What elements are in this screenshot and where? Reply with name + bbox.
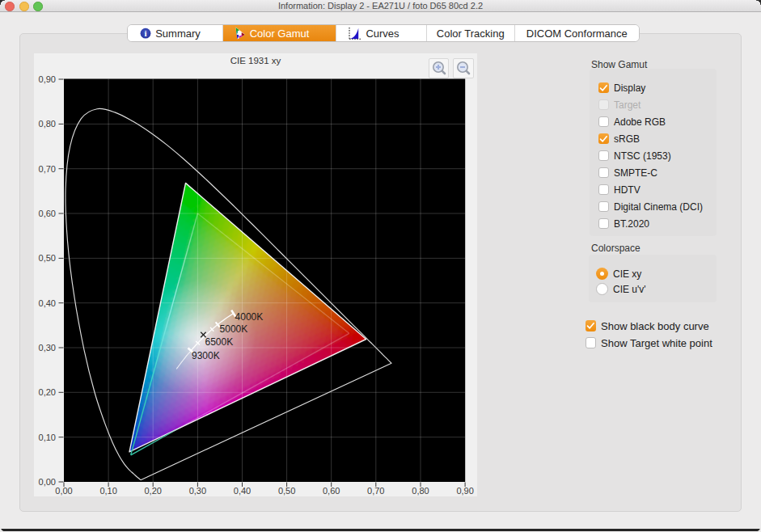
svg-text:4000K: 4000K [235,311,264,323]
svg-text:0,90: 0,90 [456,486,473,496]
svg-text:0,70: 0,70 [367,486,384,496]
svg-text:0,00: 0,00 [55,486,72,496]
svg-text:0,50: 0,50 [278,486,295,496]
svg-text:0,80: 0,80 [39,119,56,129]
svg-text:0,20: 0,20 [39,387,56,397]
svg-text:0,10: 0,10 [39,433,56,442]
svg-text:9300K: 9300K [192,350,220,361]
svg-text:0,40: 0,40 [234,486,251,496]
svg-text:i: i [145,28,147,38]
svg-text:0,30: 0,30 [39,343,56,353]
svg-text:0,80: 0,80 [412,486,429,496]
svg-text:0,20: 0,20 [144,486,161,496]
svg-text:6500K: 6500K [205,336,234,348]
svg-text:0,10: 0,10 [99,486,116,496]
svg-text:0,00: 0,00 [39,477,56,487]
svg-text:0,60: 0,60 [323,486,340,496]
svg-text:0,30: 0,30 [189,486,206,496]
svg-text:5000K: 5000K [220,323,248,335]
svg-text:0,40: 0,40 [39,298,56,308]
svg-text:0,70: 0,70 [39,164,56,174]
svg-text:0,50: 0,50 [39,253,56,263]
svg-text:0,90: 0,90 [39,74,56,84]
svg-text:0,60: 0,60 [39,209,56,218]
